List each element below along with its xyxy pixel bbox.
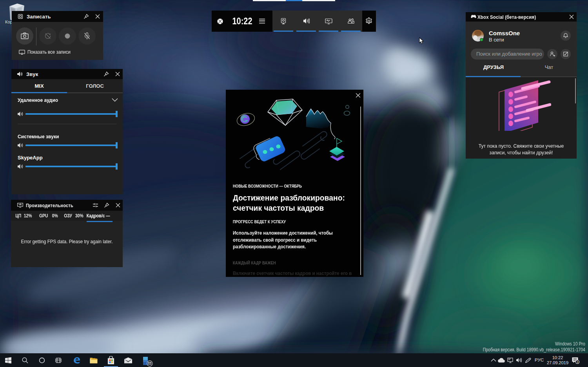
svg-text:3: 3 [577,360,578,364]
